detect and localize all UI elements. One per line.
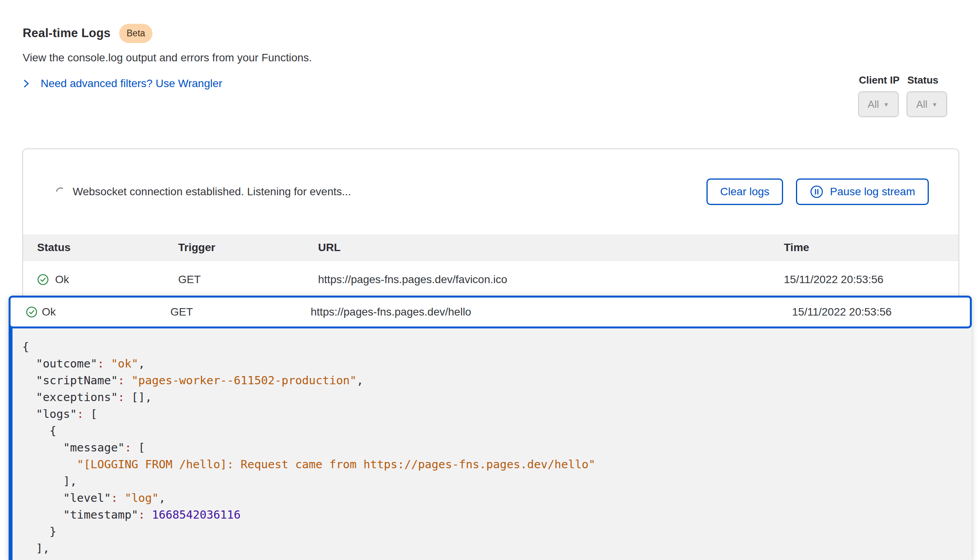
chevron-right-icon	[23, 78, 30, 89]
row-time: 15/11/2022 20:53:56	[784, 273, 883, 286]
column-header-status: Status	[37, 241, 71, 254]
row-url: https://pages-fns.pages.dev/hello	[311, 306, 471, 318]
status-filter-value: All	[916, 98, 928, 111]
column-header-time: Time	[784, 241, 809, 254]
pause-log-stream-button[interactable]: Pause log stream	[796, 178, 929, 205]
clear-logs-button[interactable]: Clear logs	[706, 178, 783, 205]
status-ok-icon	[26, 306, 38, 318]
status-filter-group: Status All ▼	[907, 74, 947, 117]
row-time: 15/11/2022 20:53:56	[792, 306, 892, 318]
caret-down-icon: ▼	[883, 101, 889, 108]
row-status: Ok	[55, 273, 69, 286]
page-subtitle: View the console.log output and errors f…	[23, 50, 312, 66]
log-table-header: Status Trigger URL Time	[23, 234, 959, 261]
log-json: { "outcome": "ok", "scriptName": "pages-…	[13, 328, 972, 557]
client-ip-filter-dropdown[interactable]: All ▼	[858, 91, 899, 117]
status-filter-dropdown[interactable]: All ▼	[907, 91, 947, 117]
expanded-log-entry: Ok GET https://pages-fns.pages.dev/hello…	[9, 296, 972, 560]
status-filter-label: Status	[907, 74, 947, 86]
client-ip-filter-group: Client IP All ▼	[858, 74, 900, 117]
row-trigger: GET	[178, 273, 201, 286]
beta-badge: Beta	[119, 24, 152, 43]
websocket-status-message: Websocket connection established. Listen…	[73, 185, 351, 198]
caret-down-icon: ▼	[932, 101, 938, 108]
logs-card: Websocket connection established. Listen…	[22, 148, 959, 305]
row-status: Ok	[42, 306, 56, 318]
page-header: Real-time Logs Beta View the console.log…	[23, 23, 312, 91]
status-ok-icon	[37, 274, 49, 285]
page-title: Real-time Logs	[23, 24, 111, 43]
column-header-url: URL	[318, 241, 341, 254]
pause-log-stream-label: Pause log stream	[830, 185, 915, 198]
log-table-row[interactable]: Ok GET https://pages-fns.pages.dev/favic…	[23, 261, 959, 298]
log-json-panel: { "outcome": "ok", "scriptName": "pages-…	[13, 328, 972, 560]
client-ip-filter-value: All	[868, 98, 879, 111]
selected-log-row[interactable]: Ok GET https://pages-fns.pages.dev/hello…	[9, 296, 972, 328]
row-url: https://pages-fns.pages.dev/favicon.ico	[318, 273, 507, 286]
wrangler-link-label: Need advanced filters? Use Wrangler	[41, 76, 222, 91]
logs-card-header: Websocket connection established. Listen…	[23, 149, 959, 234]
filter-bar: Client IP All ▼ Status All ▼	[858, 74, 947, 117]
column-header-trigger: Trigger	[178, 241, 215, 254]
spinner-icon	[55, 187, 65, 197]
row-trigger: GET	[170, 306, 193, 318]
pause-circle-icon	[810, 185, 824, 199]
clear-logs-label: Clear logs	[720, 185, 769, 198]
wrangler-link[interactable]: Need advanced filters? Use Wrangler	[23, 76, 312, 91]
client-ip-filter-label: Client IP	[859, 74, 900, 86]
